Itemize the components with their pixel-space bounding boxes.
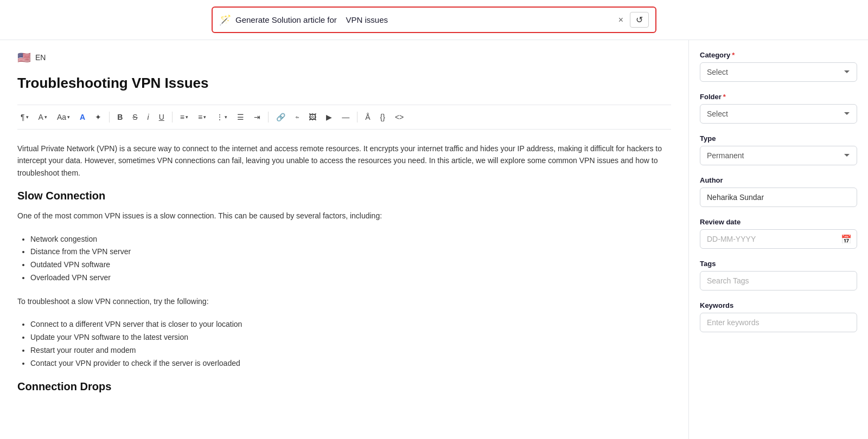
flag-icon: 🇺🇸 bbox=[17, 51, 31, 64]
keywords-label: Keywords bbox=[700, 301, 857, 309]
folder-label: Folder * bbox=[700, 93, 857, 101]
main-layout: 🇺🇸 EN Troubleshooting VPN Issues ¶ ▾ A ▾… bbox=[0, 40, 868, 439]
article-title: Troubleshooting VPN Issues bbox=[17, 75, 671, 92]
search-actions: × ↺ bbox=[615, 12, 649, 28]
section-heading-slow: Slow Connection bbox=[17, 190, 671, 202]
ai-search-text: Generate Solution article for VPN issues bbox=[235, 15, 611, 24]
top-bar: 🪄 Generate Solution article for VPN issu… bbox=[0, 0, 868, 40]
toolbar-video[interactable]: ▶ bbox=[323, 111, 335, 124]
ai-search-box: 🪄 Generate Solution article for VPN issu… bbox=[212, 7, 656, 33]
tags-label: Tags bbox=[700, 260, 857, 268]
toolbar-underline[interactable]: U bbox=[156, 111, 168, 124]
tags-group: Tags bbox=[700, 260, 857, 290]
slow-connection-solutions: Connect to a different VPN server that i… bbox=[17, 318, 671, 370]
review-date-label: Review date bbox=[700, 218, 857, 226]
list-item: Outdated VPN software bbox=[30, 259, 671, 272]
toolbar-font-color[interactable]: A ▾ bbox=[35, 111, 50, 124]
list-item: Connect to a different VPN server that i… bbox=[30, 318, 671, 331]
toolbar-image[interactable]: 🖼 bbox=[305, 111, 320, 124]
toolbar-bold[interactable]: B bbox=[114, 111, 126, 124]
toolbar-font-size[interactable]: Aa ▾ bbox=[54, 111, 73, 124]
author-input[interactable] bbox=[700, 188, 857, 207]
toolbar-eraser[interactable]: ✦ bbox=[92, 111, 105, 124]
folder-required: * bbox=[723, 93, 726, 101]
toolbar-divider-4 bbox=[357, 112, 358, 122]
toolbar-link[interactable]: 🔗 bbox=[273, 111, 289, 124]
toolbar-divider-1 bbox=[109, 112, 110, 122]
ai-prefix: Generate Solution article for bbox=[235, 15, 337, 24]
type-select[interactable]: Permanent Temporary Draft bbox=[700, 146, 857, 165]
toolbar-clear-format[interactable]: Å bbox=[362, 111, 373, 124]
editor-area: 🇺🇸 EN Troubleshooting VPN Issues ¶ ▾ A ▾… bbox=[0, 40, 689, 439]
keywords-input[interactable] bbox=[700, 313, 857, 332]
category-select[interactable]: Select General Technical How-to bbox=[700, 62, 857, 82]
lang-bar: 🇺🇸 EN bbox=[17, 51, 671, 64]
category-label: Category * bbox=[700, 51, 857, 59]
toolbar-list-unordered[interactable]: ⋮ ▾ bbox=[213, 111, 231, 124]
toolbar-strikethrough[interactable]: S bbox=[129, 111, 141, 124]
toolbar-italic[interactable]: i bbox=[144, 111, 152, 124]
list-item: Overloaded VPN server bbox=[30, 272, 671, 285]
sidebar: Category * Select General Technical How-… bbox=[689, 40, 868, 439]
review-date-group: Review date 📅 bbox=[700, 218, 857, 249]
list-item: Update your VPN software to the latest v… bbox=[30, 331, 671, 344]
calendar-icon[interactable]: 📅 bbox=[841, 234, 852, 244]
section-heading-drops: Connection Drops bbox=[17, 380, 671, 393]
category-required: * bbox=[732, 51, 735, 59]
ai-topic: VPN issues bbox=[346, 15, 388, 24]
editor-toolbar: ¶ ▾ A ▾ Aa ▾ A ✦ B S i U ≡ ▾ ≡ ▾ ⋮ ▾ ☰ ⇥… bbox=[17, 105, 671, 130]
ai-icon: 🪄 bbox=[219, 14, 231, 26]
slow-connection-outro: To troubleshoot a slow VPN connection, t… bbox=[17, 295, 671, 307]
toolbar-justify[interactable]: ☰ bbox=[234, 111, 247, 124]
review-date-input[interactable] bbox=[700, 229, 857, 249]
close-button[interactable]: × bbox=[615, 14, 627, 26]
list-item: Restart your router and modem bbox=[30, 344, 671, 357]
toolbar-paragraph[interactable]: ¶ ▾ bbox=[17, 111, 32, 124]
list-item: Contact your VPN provider to check if th… bbox=[30, 357, 671, 370]
slow-connection-intro: One of the most common VPN issues is a s… bbox=[17, 210, 671, 222]
folder-select[interactable]: Select Support Sales Engineering bbox=[700, 104, 857, 124]
toolbar-hr[interactable]: — bbox=[339, 111, 353, 124]
lang-code: EN bbox=[35, 53, 46, 62]
toolbar-indent[interactable]: ⇥ bbox=[251, 111, 264, 124]
tags-input[interactable] bbox=[700, 271, 857, 290]
slow-connection-causes: Network congestion Distance from the VPN… bbox=[17, 233, 671, 285]
list-item: Distance from the VPN server bbox=[30, 246, 671, 259]
type-group: Type Permanent Temporary Draft bbox=[700, 134, 857, 165]
date-wrapper: 📅 bbox=[700, 229, 857, 249]
author-group: Author bbox=[700, 176, 857, 207]
article-body: Virtual Private Network (VPN) is a secur… bbox=[17, 143, 671, 393]
toolbar-list-ordered[interactable]: ≡ ▾ bbox=[195, 111, 209, 124]
toolbar-table[interactable]: ⧜ bbox=[292, 111, 302, 124]
category-group: Category * Select General Technical How-… bbox=[700, 51, 857, 82]
list-item: Network congestion bbox=[30, 233, 671, 246]
keywords-group: Keywords bbox=[700, 301, 857, 332]
folder-group: Folder * Select Support Sales Engineerin… bbox=[700, 93, 857, 124]
toolbar-highlight[interactable]: A bbox=[76, 111, 88, 124]
toolbar-divider-3 bbox=[268, 112, 269, 122]
article-intro: Virtual Private Network (VPN) is a secur… bbox=[17, 143, 671, 179]
reload-button[interactable]: ↺ bbox=[630, 12, 649, 28]
toolbar-code-block[interactable]: {} bbox=[377, 111, 388, 124]
toolbar-divider-2 bbox=[172, 112, 173, 122]
type-label: Type bbox=[700, 134, 857, 143]
toolbar-source[interactable]: <> bbox=[392, 111, 407, 124]
toolbar-align[interactable]: ≡ ▾ bbox=[177, 111, 192, 124]
author-label: Author bbox=[700, 176, 857, 184]
